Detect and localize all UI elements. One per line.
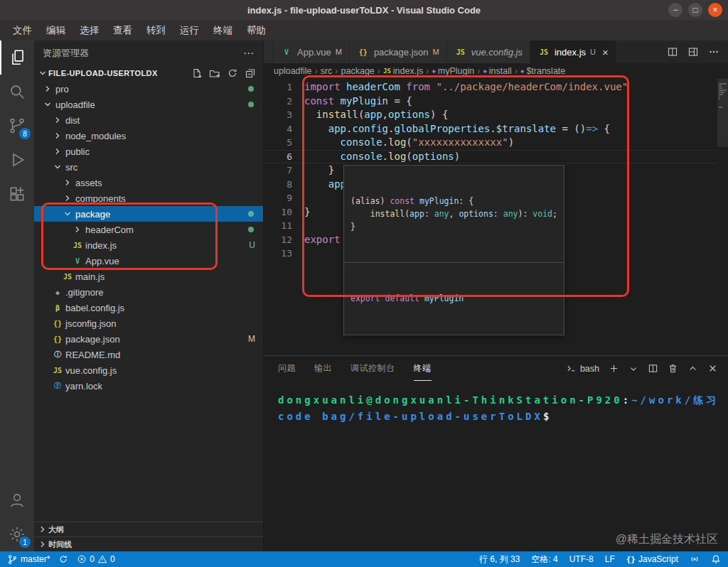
- code-line-6[interactable]: 6 console.log(options): [264, 150, 728, 164]
- terminal-output[interactable]: dongxuanli@dongxuanli-ThinkStation-P920:…: [264, 381, 728, 425]
- notifications-bell[interactable]: [711, 554, 721, 564]
- indentation-indicator[interactable]: 空格: 4: [531, 554, 557, 566]
- collapse-all-icon[interactable]: [245, 68, 256, 79]
- menu-run[interactable]: 运行: [173, 21, 206, 40]
- layout-icon[interactable]: [687, 46, 699, 58]
- activitybar-explorer[interactable]: [0, 40, 34, 75]
- tree-item-label: vue.config.js: [65, 365, 117, 376]
- tree-item-components[interactable]: components: [34, 190, 263, 206]
- code-line-5[interactable]: 5 console.log("xxxxxxxxxxxxxx"): [264, 136, 728, 150]
- panel-tab-output[interactable]: 输出: [314, 356, 332, 381]
- status-bar: master* 0 0 行 6, 列 33 空格: 4 UTF-8 LF {}J…: [0, 551, 728, 567]
- minimap-slider[interactable]: [717, 79, 728, 147]
- breadcrumb-index-js[interactable]: JSindex.js: [383, 66, 423, 76]
- new-file-icon[interactable]: [191, 68, 203, 79]
- tree-item-src[interactable]: src: [34, 159, 263, 175]
- timeline-section[interactable]: 时间线: [34, 536, 263, 551]
- activitybar-settings[interactable]: 1: [0, 517, 34, 551]
- minimap[interactable]: [717, 79, 728, 355]
- tree-item-uploadfile[interactable]: uploadfile: [34, 97, 263, 112]
- activitybar-extensions[interactable]: [0, 177, 34, 211]
- breadcrumb-myplugin[interactable]: ◈myPlugin: [432, 66, 474, 76]
- code-line-1[interactable]: 1import headerCom from "../package/heade…: [264, 80, 728, 94]
- tree-item-index-js[interactable]: JSindex.jsU: [34, 237, 263, 253]
- breadcrumb-uploadfile[interactable]: uploadfile: [274, 66, 312, 76]
- menu-file[interactable]: 文件: [6, 21, 39, 40]
- sync-button[interactable]: [58, 554, 68, 564]
- menu-go[interactable]: 转到: [139, 21, 173, 40]
- activitybar-account[interactable]: [0, 483, 34, 517]
- activitybar-run-debug[interactable]: [0, 143, 34, 177]
- activitybar-search[interactable]: [0, 75, 34, 109]
- tree-item-package-json[interactable]: {}package.jsonM: [34, 331, 263, 347]
- close-button[interactable]: ×: [708, 3, 722, 17]
- tree-item-vue-config-js[interactable]: JSvue.config.js: [34, 362, 263, 378]
- breadcrumb-translate[interactable]: ◈$translate: [520, 66, 565, 76]
- menu-help[interactable]: 帮助: [240, 21, 273, 40]
- tree-item-babel-config-js[interactable]: βbabel.config.js: [34, 300, 263, 315]
- tab-index-js[interactable]: JSindex.jsU×: [530, 40, 616, 63]
- git-branch-indicator[interactable]: master*: [7, 554, 50, 565]
- close-icon[interactable]: ×: [602, 46, 609, 58]
- terminal-shell-selector[interactable]: bash: [566, 363, 599, 374]
- tree-item-node-modules[interactable]: node_modules: [34, 128, 263, 144]
- new-folder-icon[interactable]: [209, 68, 220, 79]
- code-editor[interactable]: 1import headerCom from "../package/heade…: [264, 79, 728, 355]
- minimize-button[interactable]: −: [668, 3, 682, 17]
- tree-item-pro[interactable]: pro: [34, 81, 263, 97]
- tree-item-yarn-lock[interactable]: ⓨyarn.lock: [34, 378, 263, 394]
- tree-item-public[interactable]: public: [34, 144, 263, 159]
- tree-item-app-vue[interactable]: VApp.vue: [34, 253, 263, 269]
- tab-partial[interactable]: [264, 40, 273, 63]
- tab-app-vue[interactable]: VApp.vueM: [273, 40, 350, 63]
- tab-vue-config-js[interactable]: JSvue.config.js: [447, 40, 530, 63]
- outline-section[interactable]: 大纲: [34, 522, 263, 536]
- breadcrumb-src[interactable]: src: [321, 66, 333, 76]
- more-actions-icon[interactable]: ⋯: [243, 47, 255, 60]
- eol-indicator[interactable]: LF: [605, 554, 615, 564]
- tree-item-gitignore[interactable]: ◆.gitignore: [34, 284, 263, 300]
- error-icon: [77, 554, 87, 564]
- maximize-panel-icon[interactable]: [687, 363, 698, 374]
- feedback-broadcast[interactable]: [690, 554, 700, 564]
- more-actions-icon[interactable]: [708, 46, 719, 58]
- panel-tab-debug-console[interactable]: 调试控制台: [350, 356, 395, 381]
- problems-indicator[interactable]: 0 0: [77, 554, 114, 564]
- menu-edit[interactable]: 编辑: [39, 21, 73, 40]
- tree-item-assets[interactable]: assets: [34, 175, 263, 190]
- panel-tab-terminal[interactable]: 终端: [414, 356, 432, 381]
- project-root-label: FILE-UPLOAD-USERTOLDX: [48, 69, 158, 77]
- tree-item-package[interactable]: package: [34, 206, 263, 222]
- code-line-3[interactable]: 3 install(app,options) {: [264, 108, 728, 122]
- explorer-section-header[interactable]: FILE-UPLOAD-USERTOLDX: [34, 65, 263, 81]
- breadcrumb-install[interactable]: ◈install: [483, 66, 511, 76]
- code-line-4[interactable]: 4 app.config.globalProperties.$translate…: [264, 122, 728, 136]
- language-mode[interactable]: {}JavaScript: [626, 554, 678, 564]
- split-editor-icon[interactable]: [667, 46, 678, 58]
- tree-item-readme-md[interactable]: ⓘREADME.md: [34, 347, 263, 362]
- close-panel-icon[interactable]: [707, 363, 718, 374]
- chevron-down-icon[interactable]: [628, 364, 638, 374]
- maximize-button[interactable]: □: [688, 3, 702, 17]
- menu-view[interactable]: 查看: [106, 21, 139, 40]
- tab-package-json[interactable]: {}package.jsonM: [350, 40, 447, 63]
- kill-terminal-icon[interactable]: [668, 363, 678, 374]
- scm-badge: 8: [19, 128, 31, 139]
- code-line-2[interactable]: 2const myPlugin = {: [264, 94, 728, 109]
- tree-item-headercom[interactable]: headerCom: [34, 222, 263, 237]
- tree-item-jsconfig-json[interactable]: {}jsconfig.json: [34, 315, 263, 331]
- new-terminal-icon[interactable]: [609, 363, 619, 374]
- menu-selection[interactable]: 选择: [73, 21, 106, 40]
- encoding-indicator[interactable]: UTF-8: [569, 554, 594, 564]
- bottom-panel: 问题输出调试控制台终端 bash dongxuanli@: [264, 355, 728, 551]
- breadcrumb-package[interactable]: package: [341, 66, 375, 76]
- cursor-position[interactable]: 行 6, 列 33: [479, 554, 520, 566]
- tree-item-main-js[interactable]: JSmain.js: [34, 269, 263, 284]
- activitybar-source-control[interactable]: 8: [0, 109, 34, 143]
- split-terminal-icon[interactable]: [648, 363, 658, 374]
- js-file-icon: JS: [51, 367, 64, 374]
- panel-tab-problems[interactable]: 问题: [278, 356, 296, 381]
- refresh-icon[interactable]: [227, 68, 238, 79]
- tree-item-dist[interactable]: dist: [34, 112, 263, 128]
- menu-terminal[interactable]: 终端: [206, 21, 240, 40]
